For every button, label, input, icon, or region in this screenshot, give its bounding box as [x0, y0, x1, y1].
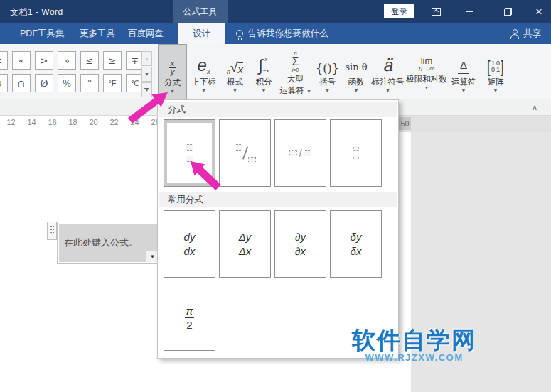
dropdown-arrow-icon: ▼: [424, 85, 429, 90]
function-icon: sin θ: [345, 47, 367, 75]
tell-me-box[interactable]: 告诉我你想要做什么: [236, 23, 328, 44]
gallery-scroll-down-button[interactable]: ▼: [141, 67, 152, 82]
login-button[interactable]: 登录: [384, 4, 414, 18]
handle-dots-icon: [50, 226, 54, 236]
fraction-template-stacked[interactable]: [164, 119, 215, 187]
dropdown-arrow-icon: ▼: [306, 89, 311, 94]
symbol-percent[interactable]: %: [58, 74, 76, 92]
linear-fraction-icon: /: [289, 147, 311, 159]
delta-y-delta-x-fraction: ΔyΔx: [237, 230, 253, 258]
common-fraction-pi-over-2[interactable]: π2: [164, 285, 215, 351]
close-icon: ✕: [535, 7, 543, 16]
partial-y-partial-x-fraction: ∂y∂x: [294, 230, 307, 258]
ruler-number: 16: [42, 118, 63, 126]
symbol-greater-equal[interactable]: ≥: [103, 51, 122, 70]
dropdown-arrow-icon: ▼: [201, 88, 206, 93]
ruler-number: 20: [83, 118, 104, 126]
share-label: 共享: [523, 28, 541, 40]
down-triangle-icon: ▼: [144, 73, 149, 76]
ruler-number: 12: [1, 118, 21, 126]
bracket-button[interactable]: {()} 括号 ▼: [313, 44, 342, 99]
title-bar: 文档1 - Word 公式工具 登录 ✕: [0, 0, 551, 23]
tab-baidu-disk[interactable]: 百度网盘: [128, 23, 164, 44]
small-fraction-icon: [352, 146, 360, 160]
down-triangle-icon: ▼: [150, 254, 156, 260]
fraction-button[interactable]: xy 分式 ▼: [158, 44, 187, 99]
tab-design-active[interactable]: 设计: [178, 23, 225, 44]
tab-pdf-tools[interactable]: PDF工具集: [20, 23, 65, 44]
symbol-much-less[interactable]: «: [12, 51, 31, 70]
watermark: 软件自学网 WWW.RJZXW.COM: [352, 327, 476, 363]
restore-icon: [504, 8, 512, 16]
up-triangle-icon: ▲: [144, 58, 149, 60]
common-fraction-partial[interactable]: ∂y∂x: [274, 210, 326, 278]
chevron-up-icon: ∧: [532, 103, 537, 112]
fraction-template-small[interactable]: [330, 119, 382, 187]
tell-me-label: 告诉我你想要做什么: [248, 28, 328, 40]
ruler-margin-area: [397, 116, 551, 132]
structures-group: xy 分式 ▼ ex 上下标 ▼ n√x 根式 ▼ ∫x−x 积分 ▼ nΣi=…: [158, 44, 512, 99]
lightbulb-icon: [236, 30, 243, 37]
ruler-number: 18: [63, 118, 83, 126]
minimize-icon: [466, 11, 473, 12]
integral-icon: ∫x−x: [259, 47, 269, 75]
word-window: 文档1 - Word 公式工具 登录 ✕ PDF工具集 更多工具 百度网盘 设计…: [0, 0, 551, 392]
ruler-number-50: 50: [399, 117, 411, 130]
common-fraction-delta-y-delta-x[interactable]: ΔyΔx: [219, 210, 271, 278]
symbol-empty-set[interactable]: Ø: [35, 74, 53, 92]
script-button[interactable]: ex 上下标 ▼: [187, 44, 220, 99]
dropdown-arrow-icon: ▼: [354, 88, 359, 93]
collapse-ribbon-button[interactable]: ∧: [528, 102, 541, 113]
radical-icon: n√x: [227, 47, 243, 75]
limit-log-button[interactable]: limn→∞ 极限和对数 ▼: [405, 44, 448, 99]
ribbon-display-options-button[interactable]: [428, 6, 444, 17]
equation-drag-handle[interactable]: [47, 222, 57, 240]
tab-more-tools[interactable]: 更多工具: [80, 23, 115, 44]
large-operator-button[interactable]: nΣi=0 大型 运算符 ▼: [278, 44, 313, 99]
symbol-union[interactable]: ∪: [0, 74, 8, 92]
symbol-less-equal[interactable]: ≤: [80, 51, 99, 70]
limit-log-icon: limn→∞: [419, 47, 435, 72]
fraction-template-linear[interactable]: /: [274, 119, 326, 187]
fraction-template-skewed[interactable]: [219, 119, 271, 187]
watermark-url: WWW.RJZXW.COM: [352, 353, 476, 363]
ruler-number: 22: [104, 118, 124, 126]
operator-button[interactable]: Δ 运算符 ▼: [448, 44, 479, 99]
equation-placeholder-text: 在此处键入公式。: [59, 236, 138, 249]
dropdown-arrow-icon: ▼: [461, 88, 466, 93]
common-fraction-dydx[interactable]: dydx: [164, 210, 215, 278]
symbol-less-than[interactable]: <: [0, 51, 8, 70]
symbol-intersection[interactable]: ∩: [12, 74, 31, 92]
dropdown-arrow-icon: ▼: [325, 88, 330, 93]
bracket-icon: {()}: [316, 47, 339, 75]
ruler-number: 24: [124, 118, 145, 126]
large-operator-icon: nΣi=0: [292, 47, 299, 72]
function-button[interactable]: sin θ 函数 ▼: [342, 44, 370, 99]
gallery-scroll-up-button[interactable]: ▲: [141, 51, 152, 66]
fraction-dropdown-panel: 分式 / 常用分式 dydx ΔyΔx ∂y∂x δyδx π2: [157, 99, 399, 359]
small-delta-fraction: δyδx: [349, 230, 363, 258]
context-tab-equation-tools[interactable]: 公式工具: [173, 0, 228, 23]
symbol-gallery-scrollbar: ▲ ▼ ▼: [141, 51, 152, 98]
minimize-button[interactable]: [461, 6, 477, 17]
matrix-button[interactable]: [1001] 矩阵 ▼: [479, 44, 512, 99]
operator-icon: Δ: [458, 47, 469, 75]
close-button[interactable]: ✕: [531, 6, 547, 17]
equation-placeholder-box[interactable]: 在此处键入公式。 ▼: [57, 222, 161, 264]
restore-button[interactable]: [500, 6, 515, 17]
accent-button[interactable]: ä 标注符号 ▼: [370, 44, 405, 99]
radical-button[interactable]: n√x 根式 ▼: [220, 44, 250, 99]
symbol-greater-than[interactable]: >: [35, 51, 53, 70]
common-fraction-small-delta[interactable]: δyδx: [330, 210, 382, 278]
symbol-fahrenheit[interactable]: °F: [103, 74, 122, 92]
symbol-degree[interactable]: °: [80, 74, 99, 92]
integral-button[interactable]: ∫x−x 积分 ▼: [250, 44, 278, 99]
ribbon: < « > » ≤ ≥ ∓ ∪ ∩ Ø % ° °F ℃ ▲ ▼ ▼ xy 分式…: [0, 44, 551, 99]
symbol-much-greater[interactable]: »: [58, 51, 76, 70]
section-header-common-fraction: 常用分式: [159, 192, 397, 207]
ruler-number: 14: [21, 118, 42, 126]
gallery-more-button[interactable]: ▼: [141, 82, 152, 97]
share-button[interactable]: 共享: [510, 23, 541, 44]
watermark-site-name: 软件自学网: [352, 327, 476, 353]
section-header-fraction: 分式: [159, 102, 397, 117]
